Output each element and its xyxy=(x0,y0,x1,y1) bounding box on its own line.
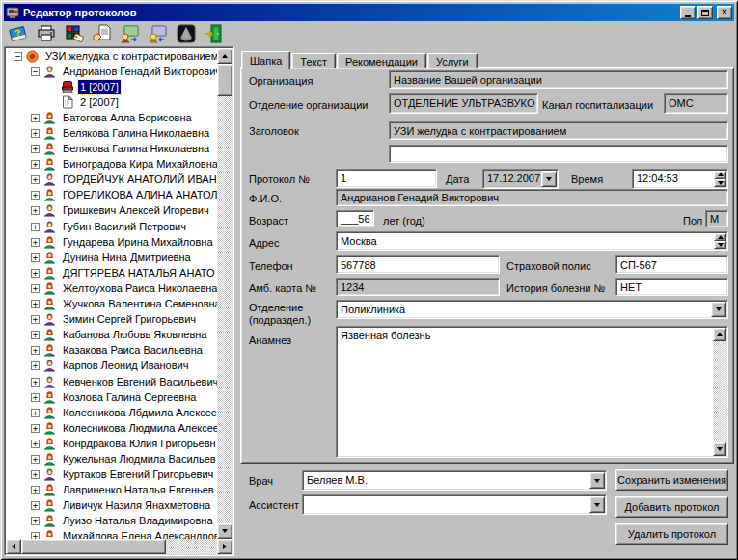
save-changes-button[interactable]: Сохранить изменения xyxy=(615,469,728,491)
tree-item[interactable]: +Конрдракова Юлия Григорьевн xyxy=(6,436,217,451)
help-book-button[interactable]: ? xyxy=(6,22,31,47)
tree-item[interactable]: −УЗИ желудка с контрастированием xyxy=(6,48,217,64)
tree-item[interactable]: +Белякова Галина Николаевна xyxy=(6,142,217,157)
tree-hscrollbar[interactable] xyxy=(6,539,232,554)
department-select[interactable]: Поликлиника xyxy=(336,300,728,319)
sex-field[interactable]: М xyxy=(705,210,728,227)
tree-item[interactable]: +Дунина Нина Дмитриевна xyxy=(6,250,217,265)
expand-icon[interactable]: + xyxy=(31,424,40,433)
fio-field[interactable]: Андрианов Генадий Викторович xyxy=(336,189,728,206)
expand-icon[interactable]: + xyxy=(31,315,40,324)
tree-item[interactable]: +Куртаков Евгений Григорьевич xyxy=(6,467,217,483)
tree-item[interactable]: +Михайлова Елена Александров xyxy=(6,529,217,539)
add-protocol-button[interactable]: Добавить протокол xyxy=(615,496,728,518)
collapse-icon[interactable]: − xyxy=(14,52,22,61)
anamnesis-scroll-up-button[interactable] xyxy=(713,328,726,341)
tree-item[interactable]: +Колесникова Лбдмила Алексее xyxy=(6,405,217,420)
tree-item[interactable]: +Белякова Галина Николаевна xyxy=(6,125,217,141)
age-field[interactable]: ___56 xyxy=(336,210,374,227)
tree-item[interactable]: +ГОРЕЛИКОВА АЛИНА АНАТОЛ xyxy=(6,188,217,203)
expand-icon[interactable]: + xyxy=(31,470,40,479)
case-history-field[interactable]: НЕТ xyxy=(615,278,728,296)
tab-header[interactable]: Шапка xyxy=(241,51,290,69)
expand-icon[interactable]: + xyxy=(31,129,40,138)
close-button[interactable]: × xyxy=(717,6,732,19)
tree-item[interactable]: +ГОРДЕЙЧУК АНАТОЛИЙ ИВАН xyxy=(6,173,217,188)
expand-icon[interactable]: + xyxy=(31,361,40,370)
expand-icon[interactable]: + xyxy=(31,223,40,231)
address-field[interactable]: Москва xyxy=(336,231,728,251)
color-settings-button[interactable] xyxy=(62,22,87,47)
tree-scroll-left-button[interactable] xyxy=(6,539,21,554)
amb-card-field[interactable]: 1234 xyxy=(336,278,500,296)
expand-icon[interactable]: + xyxy=(31,145,40,153)
add-patient-yellow-button[interactable] xyxy=(146,22,171,47)
tree-item[interactable]: +Козлова Галина Сергеевна xyxy=(6,389,217,405)
tree-item[interactable]: +Луизо Наталья Владимировна xyxy=(6,514,217,529)
tab-recommendations[interactable]: Рекомендации xyxy=(337,53,426,68)
expand-icon[interactable]: + xyxy=(31,378,40,387)
tree-item[interactable]: +Зимин Сергей Григорьевич xyxy=(6,312,217,328)
expand-icon[interactable]: + xyxy=(31,517,40,525)
tree-item[interactable]: +Лавриненко Наталья Евгеньев xyxy=(6,483,217,498)
anamnesis-textarea[interactable]: Язвенная болезнь xyxy=(336,326,728,458)
expand-icon[interactable]: + xyxy=(31,331,40,339)
add-patient-green-button[interactable] xyxy=(118,22,143,47)
tree-item[interactable]: +Батогова Алла Борисовна xyxy=(6,110,217,125)
maximize-button[interactable] xyxy=(697,6,713,19)
tree-item[interactable]: +Жучкова Валентина Семеновна xyxy=(6,297,217,312)
tree-item[interactable]: +ДЯГТЯРЕВА НАТАЛЬЯ АНАТО xyxy=(6,265,217,280)
protocol-number-field[interactable]: 1 xyxy=(336,169,437,188)
tree-item[interactable]: +Гришкевич Алексей Игоревич xyxy=(6,203,217,219)
tree-vscrollbar[interactable] xyxy=(217,48,232,539)
print-button[interactable] xyxy=(34,22,59,47)
tab-text[interactable]: Текст xyxy=(291,53,336,68)
doctor-dropdown-button[interactable] xyxy=(589,472,605,489)
phone-field[interactable]: 567788 xyxy=(336,255,500,274)
tree-scroll-up-button[interactable] xyxy=(217,48,232,64)
expand-icon[interactable]: + xyxy=(31,175,40,184)
assistant-dropdown-button[interactable] xyxy=(589,496,605,513)
exit-door-button[interactable] xyxy=(202,22,227,47)
time-up-button[interactable] xyxy=(714,171,726,179)
doctor-select[interactable]: Беляев М.В. xyxy=(302,470,607,491)
expand-icon[interactable]: + xyxy=(31,501,40,510)
tree-item[interactable]: +Гундарева Ирина Михайловна xyxy=(6,234,217,250)
tree-item[interactable]: +Кабанова Любовь Яковлевна xyxy=(6,328,217,343)
tree-item[interactable]: +Ливичук Назиля Янахметовна xyxy=(6,498,217,514)
expand-icon[interactable]: + xyxy=(31,160,40,169)
anamnesis-scrollbar[interactable] xyxy=(713,328,726,456)
copy-protocol-button[interactable] xyxy=(90,22,115,47)
hospital-channel-field[interactable]: ОМС xyxy=(664,93,728,114)
expand-icon[interactable]: + xyxy=(31,409,40,417)
expand-icon[interactable]: + xyxy=(31,300,40,308)
assistant-select[interactable] xyxy=(302,494,607,515)
expand-icon[interactable]: + xyxy=(31,284,40,293)
tree-item[interactable]: 1 [2007] xyxy=(6,79,217,94)
expand-icon[interactable]: + xyxy=(31,114,40,122)
expand-icon[interactable]: + xyxy=(31,238,40,247)
tree-item[interactable]: +Колесникова Людмила Алексее xyxy=(6,420,217,436)
expand-icon[interactable]: + xyxy=(31,440,40,448)
delete-protocol-button[interactable]: Удалить протокол xyxy=(615,523,728,545)
header-field-2[interactable] xyxy=(389,145,728,163)
tree-item[interactable]: +Желтоухова Раиса Николаевна xyxy=(6,280,217,296)
anamnesis-scroll-down-button[interactable] xyxy=(713,442,726,456)
tree-item[interactable]: +Кевченков Евгений Васильевич xyxy=(6,374,217,389)
address-down-button[interactable] xyxy=(714,241,726,249)
collapse-icon[interactable]: − xyxy=(31,67,40,76)
time-field[interactable]: 12:04:53 xyxy=(632,169,728,189)
header-field[interactable]: УЗИ желудка с контрастированием xyxy=(389,121,728,140)
expand-icon[interactable]: + xyxy=(31,269,40,278)
expand-icon[interactable]: + xyxy=(31,455,40,464)
expand-icon[interactable]: + xyxy=(31,393,40,402)
tree-item[interactable]: −Андрианов Генадий Викторович xyxy=(6,64,217,79)
ultrasound-image-button[interactable] xyxy=(174,22,199,47)
tree-item[interactable]: +Кужельная Людмила Васильев xyxy=(6,451,217,467)
tree-scroll-down-button[interactable] xyxy=(217,523,232,539)
expand-icon[interactable]: + xyxy=(31,191,40,200)
tree-item[interactable]: +Губин Василий Петрович xyxy=(6,219,217,234)
expand-icon[interactable]: + xyxy=(31,486,40,494)
tab-services[interactable]: Услуги xyxy=(427,53,478,68)
address-up-button[interactable] xyxy=(714,233,726,241)
